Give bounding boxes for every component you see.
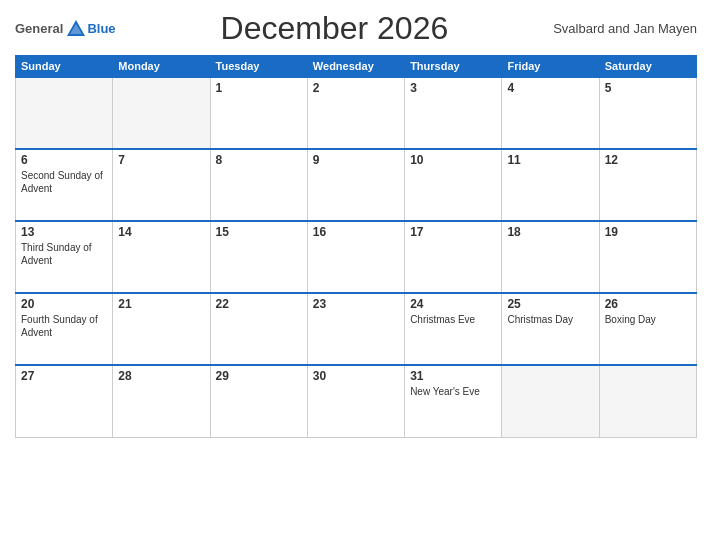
calendar-cell: 3 bbox=[405, 77, 502, 149]
calendar-cell: 17 bbox=[405, 221, 502, 293]
day-number: 30 bbox=[313, 369, 399, 383]
calendar-cell: 16 bbox=[307, 221, 404, 293]
calendar-cell bbox=[16, 77, 113, 149]
day-number: 4 bbox=[507, 81, 593, 95]
calendar-week-row: 2728293031New Year's Eve bbox=[16, 365, 697, 437]
header-monday: Monday bbox=[113, 56, 210, 78]
calendar-cell: 15 bbox=[210, 221, 307, 293]
event-label: Third Sunday of Advent bbox=[21, 242, 92, 266]
day-number: 9 bbox=[313, 153, 399, 167]
day-number: 22 bbox=[216, 297, 302, 311]
region: Svalbard and Jan Mayen bbox=[553, 21, 697, 36]
event-label: Fourth Sunday of Advent bbox=[21, 314, 98, 338]
day-number: 8 bbox=[216, 153, 302, 167]
logo-general: General bbox=[15, 21, 63, 36]
calendar-cell bbox=[599, 365, 696, 437]
calendar-cell: 6Second Sunday of Advent bbox=[16, 149, 113, 221]
calendar-cell: 11 bbox=[502, 149, 599, 221]
calendar-cell: 20Fourth Sunday of Advent bbox=[16, 293, 113, 365]
event-label: Christmas Eve bbox=[410, 314, 475, 325]
day-number: 31 bbox=[410, 369, 496, 383]
day-number: 6 bbox=[21, 153, 107, 167]
calendar-cell bbox=[113, 77, 210, 149]
day-number: 20 bbox=[21, 297, 107, 311]
day-number: 21 bbox=[118, 297, 204, 311]
calendar-cell: 7 bbox=[113, 149, 210, 221]
day-number: 24 bbox=[410, 297, 496, 311]
header-thursday: Thursday bbox=[405, 56, 502, 78]
calendar-cell: 31New Year's Eve bbox=[405, 365, 502, 437]
calendar-cell: 24Christmas Eve bbox=[405, 293, 502, 365]
calendar-cell: 14 bbox=[113, 221, 210, 293]
logo-blue: Blue bbox=[87, 21, 115, 36]
header-tuesday: Tuesday bbox=[210, 56, 307, 78]
day-number: 19 bbox=[605, 225, 691, 239]
day-number: 27 bbox=[21, 369, 107, 383]
calendar-cell: 30 bbox=[307, 365, 404, 437]
day-number: 28 bbox=[118, 369, 204, 383]
month-title: December 2026 bbox=[221, 10, 449, 47]
logo-icon bbox=[65, 18, 87, 40]
calendar-cell: 26Boxing Day bbox=[599, 293, 696, 365]
calendar-cell: 29 bbox=[210, 365, 307, 437]
day-number: 10 bbox=[410, 153, 496, 167]
event-label: Second Sunday of Advent bbox=[21, 170, 103, 194]
day-number: 2 bbox=[313, 81, 399, 95]
calendar-week-row: 6Second Sunday of Advent789101112 bbox=[16, 149, 697, 221]
day-number: 13 bbox=[21, 225, 107, 239]
day-number: 29 bbox=[216, 369, 302, 383]
calendar-cell: 13Third Sunday of Advent bbox=[16, 221, 113, 293]
calendar-cell: 1 bbox=[210, 77, 307, 149]
event-label: Christmas Day bbox=[507, 314, 573, 325]
calendar-cell: 25Christmas Day bbox=[502, 293, 599, 365]
calendar-cell: 23 bbox=[307, 293, 404, 365]
day-number: 7 bbox=[118, 153, 204, 167]
weekday-header-row: Sunday Monday Tuesday Wednesday Thursday… bbox=[16, 56, 697, 78]
calendar-cell: 9 bbox=[307, 149, 404, 221]
page: General Blue December 2026 Svalbard and … bbox=[0, 0, 712, 550]
day-number: 16 bbox=[313, 225, 399, 239]
calendar-cell: 4 bbox=[502, 77, 599, 149]
day-number: 3 bbox=[410, 81, 496, 95]
calendar-cell: 19 bbox=[599, 221, 696, 293]
day-number: 25 bbox=[507, 297, 593, 311]
logo: General Blue bbox=[15, 18, 116, 40]
calendar-cell: 8 bbox=[210, 149, 307, 221]
day-number: 14 bbox=[118, 225, 204, 239]
header: General Blue December 2026 Svalbard and … bbox=[15, 10, 697, 47]
header-friday: Friday bbox=[502, 56, 599, 78]
calendar-cell bbox=[502, 365, 599, 437]
day-number: 23 bbox=[313, 297, 399, 311]
calendar-cell: 12 bbox=[599, 149, 696, 221]
day-number: 17 bbox=[410, 225, 496, 239]
calendar-cell: 22 bbox=[210, 293, 307, 365]
header-wednesday: Wednesday bbox=[307, 56, 404, 78]
day-number: 11 bbox=[507, 153, 593, 167]
day-number: 15 bbox=[216, 225, 302, 239]
header-saturday: Saturday bbox=[599, 56, 696, 78]
day-number: 18 bbox=[507, 225, 593, 239]
event-label: Boxing Day bbox=[605, 314, 656, 325]
calendar-cell: 28 bbox=[113, 365, 210, 437]
day-number: 26 bbox=[605, 297, 691, 311]
header-sunday: Sunday bbox=[16, 56, 113, 78]
event-label: New Year's Eve bbox=[410, 386, 480, 397]
day-number: 1 bbox=[216, 81, 302, 95]
calendar-table: Sunday Monday Tuesday Wednesday Thursday… bbox=[15, 55, 697, 438]
day-number: 12 bbox=[605, 153, 691, 167]
day-number: 5 bbox=[605, 81, 691, 95]
calendar-week-row: 20Fourth Sunday of Advent21222324Christm… bbox=[16, 293, 697, 365]
calendar-week-row: 12345 bbox=[16, 77, 697, 149]
calendar-cell: 27 bbox=[16, 365, 113, 437]
calendar-cell: 5 bbox=[599, 77, 696, 149]
calendar-cell: 18 bbox=[502, 221, 599, 293]
calendar-cell: 21 bbox=[113, 293, 210, 365]
calendar-week-row: 13Third Sunday of Advent141516171819 bbox=[16, 221, 697, 293]
calendar-cell: 10 bbox=[405, 149, 502, 221]
calendar-cell: 2 bbox=[307, 77, 404, 149]
